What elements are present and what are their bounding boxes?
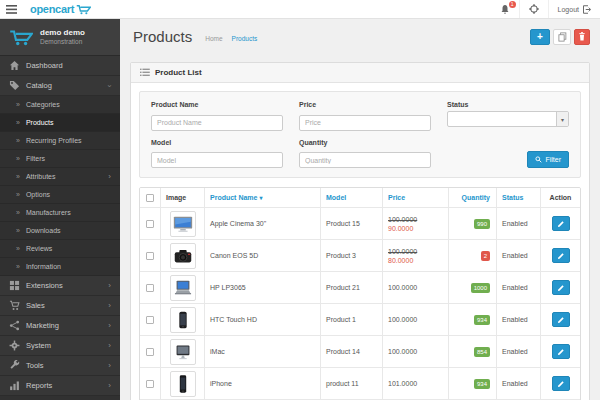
- table-row-apple-cinema-30: Apple Cinema 30"Product 15100.000090.000…: [140, 207, 580, 239]
- edit-button[interactable]: [552, 248, 570, 263]
- gear-icon: [9, 340, 20, 351]
- sidebar-item-system[interactable]: System›: [0, 336, 120, 356]
- image-cell: [160, 272, 204, 303]
- filter-button-label: Filter: [545, 156, 561, 163]
- sort-caret-icon: ▾: [259, 195, 262, 201]
- sidebar-item-categories[interactable]: »Categories: [0, 96, 120, 114]
- price-cell: 100.0000: [382, 304, 448, 335]
- chevron-right-icon: ›: [108, 302, 111, 310]
- logout-button[interactable]: Logout: [549, 0, 600, 18]
- image-cell: [160, 208, 204, 239]
- breadcrumb-products-link[interactable]: Products: [232, 35, 258, 42]
- submenu-arrow-icon: »: [16, 209, 20, 216]
- menu-toggle-button[interactable]: [0, 0, 22, 18]
- submenu-arrow-icon: »: [16, 137, 20, 144]
- filter-well: Product Name Price Status ▾ Mode: [139, 91, 581, 178]
- filter-button[interactable]: Filter: [527, 151, 569, 168]
- sidebar-item-marketing[interactable]: Marketing›: [0, 316, 120, 336]
- chevron-down-icon: ▾: [556, 112, 568, 126]
- sidebar-item-attributes[interactable]: »Attributes›: [0, 168, 120, 186]
- quantity-badge: 934: [474, 315, 490, 325]
- edit-button[interactable]: [552, 376, 570, 391]
- sidebar-item-options[interactable]: »Options: [0, 186, 120, 204]
- breadcrumb-home-link[interactable]: Home: [205, 35, 222, 42]
- sidebar-item-dashboard[interactable]: Dashboard: [0, 56, 120, 76]
- model-input[interactable]: [151, 152, 283, 168]
- product-table: ImageProduct Name ▾ModelPriceQuantitySta…: [139, 187, 581, 400]
- row-checkbox[interactable]: [146, 316, 154, 324]
- product-name-input[interactable]: [151, 115, 283, 131]
- page-toolbar: +: [530, 29, 590, 45]
- sidebar-item-reports[interactable]: Reports›: [0, 376, 120, 396]
- submenu-arrow-icon: »: [16, 155, 20, 162]
- edit-button[interactable]: [552, 344, 570, 359]
- row-checkbox[interactable]: [146, 252, 154, 260]
- submenu-arrow-icon: »: [16, 263, 20, 270]
- trash-icon: [578, 32, 586, 41]
- select-all-checkbox[interactable]: [146, 194, 154, 202]
- image-cell: [160, 304, 204, 335]
- row-checkbox[interactable]: [146, 348, 154, 356]
- status-label: Status: [447, 101, 569, 108]
- row-checkbox[interactable]: [146, 284, 154, 292]
- sidebar-item-catalog[interactable]: Catalog›: [0, 76, 120, 96]
- opencart-admin-window: opencart 1: [0, 0, 600, 400]
- edit-button[interactable]: [552, 280, 570, 295]
- quantity-badge: 2: [481, 251, 490, 261]
- sidebar-item-tools[interactable]: Tools›: [0, 356, 120, 376]
- list-icon: [140, 68, 150, 77]
- delete-button[interactable]: [574, 29, 590, 45]
- status-select[interactable]: ▾: [447, 111, 569, 127]
- user-profile[interactable]: demo demo Demonstration: [0, 19, 120, 56]
- sidebar-item-label: Information: [26, 263, 61, 270]
- row-checkbox[interactable]: [146, 220, 154, 228]
- row-checkbox-cell: [140, 368, 160, 399]
- sidebar-item-label: Dashboard: [26, 61, 63, 70]
- submenu-arrow-icon: »: [16, 101, 20, 108]
- store-front-button[interactable]: [520, 0, 548, 18]
- chevron-right-icon: ›: [108, 282, 111, 290]
- sidebar-item-information[interactable]: »Information: [0, 258, 120, 276]
- product-thumbnail: [170, 211, 196, 237]
- add-new-button[interactable]: +: [530, 29, 550, 45]
- sidebar-item-label: Products: [26, 119, 54, 126]
- copy-button[interactable]: [553, 29, 571, 45]
- notifications-button[interactable]: 1: [491, 0, 519, 18]
- sidebar-item-label: Marketing: [26, 321, 59, 330]
- image-cell: [160, 368, 204, 399]
- action-cell: [540, 272, 580, 303]
- quantity-input[interactable]: [299, 152, 431, 168]
- opencart-logo[interactable]: opencart: [30, 3, 91, 15]
- column-header-label[interactable]: Model: [326, 194, 346, 201]
- sidebar-item-filters[interactable]: »Filters: [0, 150, 120, 168]
- quantity-badge: 990: [474, 219, 490, 229]
- image-cell: [160, 336, 204, 367]
- column-header-label[interactable]: Price: [388, 194, 405, 201]
- plus-icon: +: [537, 31, 543, 42]
- table-row-iphone: iPhoneproduct 11101.0000934Enabled: [140, 367, 580, 399]
- sidebar-item-reviews[interactable]: »Reviews: [0, 240, 120, 258]
- edit-button[interactable]: [552, 216, 570, 231]
- column-header-label[interactable]: Quantity: [462, 194, 490, 201]
- column-header-product-name: Product Name ▾: [204, 188, 320, 207]
- edit-button[interactable]: [552, 312, 570, 327]
- table-row-htc-touch-hd: HTC Touch HDProduct 1100.0000934Enabled: [140, 303, 580, 335]
- sidebar-item-manufacturers[interactable]: »Manufacturers: [0, 204, 120, 222]
- column-header-label[interactable]: Product Name ▾: [210, 194, 262, 201]
- opencart-cart-icon: [9, 29, 33, 46]
- puzzle-icon: [9, 280, 20, 291]
- sidebar-item-extensions[interactable]: Extensions›: [0, 276, 120, 296]
- sidebar-item-label: Categories: [26, 101, 60, 108]
- topbar-right: 1 Logout: [491, 0, 600, 18]
- price-input[interactable]: [299, 115, 431, 131]
- submenu-arrow-icon: »: [16, 119, 20, 126]
- row-checkbox[interactable]: [146, 380, 154, 388]
- sidebar-item-recurring-profiles[interactable]: »Recurring Profiles: [0, 132, 120, 150]
- price-cell: 100.0000: [382, 336, 448, 367]
- breadcrumb: Home Products: [205, 35, 257, 42]
- column-header-label[interactable]: Status: [502, 194, 523, 201]
- sidebar-item-products[interactable]: »Products: [0, 114, 120, 132]
- sidebar-item-sales[interactable]: Sales›: [0, 296, 120, 316]
- column-header-action: Action: [540, 188, 580, 207]
- sidebar-item-downloads[interactable]: »Downloads: [0, 222, 120, 240]
